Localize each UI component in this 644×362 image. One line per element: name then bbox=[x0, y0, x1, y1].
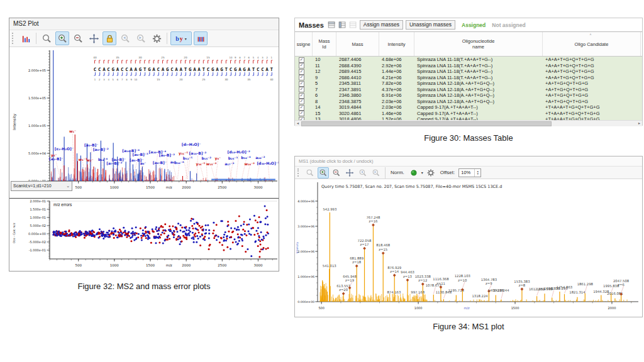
scroll-left-arrow[interactable]: ◂ bbox=[295, 121, 301, 126]
chevron-down-icon: ⌄ bbox=[66, 182, 70, 190]
zoom-out-button[interactable] bbox=[331, 167, 342, 178]
oligo-name-cell: Spinraza LNA 11-18(T.+A+A+T+G--) bbox=[414, 57, 543, 63]
horizontal-scrollbar[interactable]: ◂ ▸ bbox=[295, 120, 642, 126]
toolbar-separator bbox=[167, 33, 167, 44]
table-row[interactable]: ✓72347.38914.37e+06Spinraza LNA 12-18(A.… bbox=[295, 87, 642, 93]
zoom-in-button[interactable] bbox=[55, 31, 69, 45]
pan-button[interactable] bbox=[87, 31, 101, 45]
offset-spinner[interactable]: 10% ▲▼ bbox=[458, 168, 481, 177]
zoom-fit-button[interactable] bbox=[40, 31, 53, 45]
not-assigned-filter[interactable]: Not assigned bbox=[492, 22, 525, 28]
table-row[interactable]: ✓122689.44151.44e+06Spinraza LNA 11-18(T… bbox=[295, 69, 642, 75]
svg-text:[a₁₄-B]⁻²: [a₁₄-B]⁻² bbox=[189, 151, 207, 155]
svg-text:4.000e+06: 4.000e+06 bbox=[297, 200, 314, 203]
scrollbar-thumb[interactable] bbox=[301, 121, 552, 126]
ms2-plot-window: MS2 Plot by▾ 2.000e+051.500e+051.000e+05… bbox=[9, 18, 279, 272]
svg-text:G: G bbox=[189, 67, 192, 72]
column-header-oligo-candidate[interactable]: Oligo Candidate˄ bbox=[543, 32, 641, 56]
svg-text:A: A bbox=[116, 67, 119, 72]
svg-text:1821.314: 1821.314 bbox=[569, 290, 586, 294]
unassign-masses-button[interactable]: Unassign masses bbox=[406, 20, 455, 30]
zoom-previous-button[interactable] bbox=[357, 167, 369, 178]
mz-errors-plot[interactable]: 2.000e-011.500e-011.000e-015.000e-020.00… bbox=[9, 198, 279, 273]
ms1-plot-window: MS1 (double click to dock / undock) Norm… bbox=[294, 156, 643, 317]
svg-text:C: C bbox=[125, 67, 128, 72]
svg-text:0.000e+00: 0.000e+00 bbox=[297, 300, 314, 304]
intensity-cell: 4.37e+06 bbox=[379, 87, 414, 93]
ms1-spectrum-plot[interactable]: 4.000e+063.000e+062.000e+061.000e+060.00… bbox=[295, 178, 642, 317]
mass-cell: 2346.3860 bbox=[336, 92, 379, 99]
mass-cell: 2687.4406 bbox=[336, 57, 379, 63]
column-header-mass[interactable]: Mass bbox=[336, 32, 379, 56]
zoom-previous-button[interactable] bbox=[118, 31, 132, 45]
column-header-mass-id[interactable]: Mass Id bbox=[313, 32, 336, 56]
svg-text:[d₇-H₂O]⁻: [d₇-H₂O]⁻ bbox=[182, 142, 201, 146]
svg-text:9: 9 bbox=[130, 78, 132, 81]
column-header-oligonucleotide-name[interactable]: Oligonucleotide name bbox=[414, 32, 543, 56]
zoom-next-button[interactable] bbox=[134, 31, 148, 45]
table-row[interactable]: ✓143019.48442.03e+06Capped 9-17(A.+T+A+A… bbox=[295, 104, 642, 111]
assigned-filter[interactable]: Assigned bbox=[462, 22, 486, 28]
svg-text:A: A bbox=[238, 67, 242, 72]
pan-button[interactable] bbox=[344, 167, 355, 178]
table-row[interactable]: ✓92686.44104.21e+06Spinraza LNA 11-18(T.… bbox=[295, 75, 642, 81]
scan-selector-dropdown[interactable]: ScanId;v=1;d1=210 ⌄ bbox=[11, 181, 72, 191]
svg-text:z=20: z=20 bbox=[339, 288, 348, 292]
svg-text:y₃₆⁻⁵: y₃₆⁻⁵ bbox=[196, 162, 206, 167]
mass-cell: 2345.3811 bbox=[336, 80, 379, 87]
oligo-name-cell: Spinraza LNA 11-18(T.+A+A+T+G--) bbox=[414, 63, 543, 69]
svg-text:3000: 3000 bbox=[253, 263, 262, 267]
spectrum-view-icon[interactable] bbox=[19, 31, 33, 45]
svg-text:G: G bbox=[211, 67, 214, 72]
table-row[interactable]: ✓52345.38117.82e+06Spinraza LNA 12-18(A.… bbox=[295, 80, 642, 87]
zoom-in-button[interactable] bbox=[318, 167, 329, 178]
oligo-candidate-cell: +A+T+G+Q+T+G+G bbox=[543, 99, 641, 105]
svg-text:Obs - Calc m/z: Obs - Calc m/z bbox=[13, 222, 16, 243]
svg-text:-1.000e-01: -1.000e-01 bbox=[29, 248, 46, 252]
settings-gear-icon[interactable] bbox=[425, 167, 436, 178]
table-row[interactable]: ✓153020.48611.46e+06Capped 9-17(A.+T+A+A… bbox=[295, 111, 642, 117]
svg-text:8: 8 bbox=[126, 78, 128, 81]
svg-text:1500: 1500 bbox=[511, 306, 519, 310]
svg-text:2000: 2000 bbox=[608, 306, 616, 310]
table-row[interactable]: ✓62346.38606.91e+06Spinraza LNA 12-18(A.… bbox=[295, 92, 642, 99]
intensity-cell: 4.68e+06 bbox=[379, 57, 414, 63]
oligo-name-cell: Capped 9-17(A.+T+A+A+T--) bbox=[414, 111, 543, 117]
fragment-map-button[interactable] bbox=[194, 31, 208, 45]
table-row[interactable]: ✓102687.44064.68e+06Spinraza LNA 11-18(T… bbox=[295, 57, 642, 63]
svg-text:A: A bbox=[130, 67, 133, 72]
spinner-arrows-icon[interactable]: ▲▼ bbox=[474, 169, 480, 177]
table-view-icon[interactable] bbox=[328, 21, 336, 29]
chevron-down-icon[interactable]: ▾ bbox=[421, 170, 423, 175]
search-quantify-icon[interactable] bbox=[408, 167, 419, 178]
svg-text:m/z: m/z bbox=[166, 263, 172, 267]
svg-text:681.889: 681.889 bbox=[350, 256, 364, 260]
column-header-intensity[interactable]: Intensity bbox=[379, 32, 414, 56]
zoom-next-button[interactable] bbox=[370, 167, 382, 178]
table-group-icon[interactable] bbox=[338, 21, 347, 29]
table-row[interactable]: ✓112688.43902.92e+06Spinraza LNA 11-18(T… bbox=[295, 63, 642, 69]
svg-text:A: A bbox=[103, 67, 106, 72]
zoom-out-button[interactable] bbox=[71, 31, 85, 45]
svg-text:2500: 2500 bbox=[218, 185, 226, 189]
scroll-right-arrow[interactable]: ▸ bbox=[636, 121, 642, 126]
svg-text:z=9: z=9 bbox=[486, 282, 492, 285]
column-header-ssigne[interactable]: ssigne bbox=[295, 32, 313, 56]
mass-id-cell: 15 bbox=[313, 111, 336, 117]
intensity-cell: 1.46e+06 bbox=[379, 111, 414, 117]
masses-panel: Masses Assign masses Unassign masses Ass… bbox=[294, 18, 643, 126]
ms2-spectrum-plot[interactable]: 2.000e+051.500e+051.000e+055.000e+040.00… bbox=[9, 47, 279, 197]
assign-masses-button[interactable]: Assign masses bbox=[360, 20, 403, 30]
lock-zoom-button[interactable] bbox=[103, 31, 116, 45]
table-export-icon[interactable] bbox=[349, 21, 357, 29]
ion-labels-button[interactable]: by▾ bbox=[170, 31, 192, 45]
svg-text:1861.298: 1861.298 bbox=[577, 282, 594, 286]
chevron-down-icon: ▾ bbox=[185, 36, 187, 41]
svg-text:a₂₀⁻²: a₂₀⁻² bbox=[255, 155, 265, 160]
table-row[interactable]: ✓82348.38752.03e+06Spinraza LNA 12-18(A.… bbox=[295, 99, 642, 105]
zoom-fit-button[interactable] bbox=[304, 167, 316, 178]
settings-gear-icon[interactable] bbox=[150, 31, 164, 45]
svg-text:z=12: z=12 bbox=[418, 278, 427, 282]
svg-text:2.000e-01: 2.000e-01 bbox=[30, 199, 46, 203]
svg-text:1428.244: 1428.244 bbox=[493, 288, 509, 292]
